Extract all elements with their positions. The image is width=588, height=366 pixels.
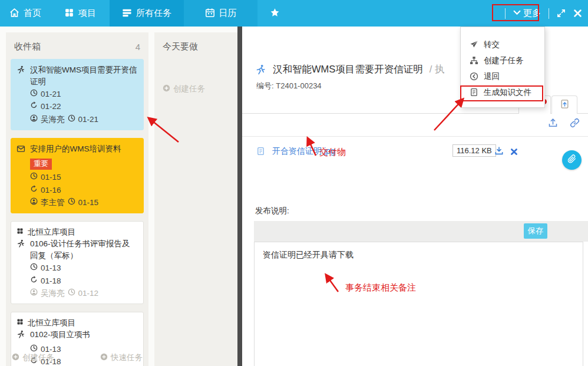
save-button[interactable]: 保存 xyxy=(524,223,547,239)
tab-deliverables[interactable] xyxy=(551,95,577,114)
menu-item-return[interactable]: 退回 xyxy=(461,68,544,84)
plus-icon xyxy=(163,84,170,94)
user-icon xyxy=(30,114,38,125)
priority-badge: 重要 xyxy=(30,159,52,170)
create-task-button[interactable]: 创建任务 xyxy=(163,84,237,94)
nav-projects-label: 项目 xyxy=(78,8,96,19)
today-column: 今天要做 创建任务 xyxy=(154,32,237,366)
release-note-label: 发布说明: xyxy=(255,206,289,216)
inbox-column: 收件箱 4 汉和智能WMS项目需要开资信证明 01-21 01-22 吴海亮01… xyxy=(6,32,148,366)
close-button[interactable] xyxy=(573,9,582,18)
menu-item-generate-knowledge[interactable]: 生成知识文件 xyxy=(461,84,544,100)
card-project: 北恒立库项目 xyxy=(28,317,75,329)
task-title: 汉和智能WMS项目需要开资信证明 xyxy=(273,63,423,76)
task-code-label: 编号: xyxy=(256,81,274,90)
runner-icon xyxy=(16,64,25,87)
runner-icon xyxy=(16,329,25,342)
navbar-right-controls: 更多 xyxy=(505,0,588,27)
plus-icon xyxy=(100,353,108,362)
menu-item-transfer[interactable]: 转交 xyxy=(461,37,544,52)
nav-all-tasks-label: 所有任务 xyxy=(136,8,171,19)
expand-button[interactable] xyxy=(557,9,566,18)
divider xyxy=(242,136,588,137)
chevron-down-icon xyxy=(513,8,521,18)
nav-item-calendar[interactable]: 日历 xyxy=(184,0,257,27)
nav-item-projects[interactable]: 项目 xyxy=(51,0,110,27)
calendar-icon xyxy=(205,8,215,19)
more-dropdown-menu: 转交 创建子任务 退回 生成知识文件 xyxy=(460,27,545,108)
attachment-link[interactable]: 开合资信证明.jpg xyxy=(272,146,335,157)
download-icon[interactable] xyxy=(494,146,504,158)
card-assigned-date: 01-12 xyxy=(78,288,99,299)
card-project: 北恒立库项目 xyxy=(28,226,75,238)
card-title: 安排用户的WMS培训资料 xyxy=(30,143,121,157)
link-icon[interactable] xyxy=(570,118,580,130)
runner-icon xyxy=(16,238,25,261)
file-size-badge: 116.12 KB xyxy=(452,144,496,157)
card-assigned-date: 01-21 xyxy=(78,114,99,125)
attachment-row: 开合资信证明.jpg 116.12 KB xyxy=(256,144,588,159)
clock-icon xyxy=(68,114,75,125)
sitemap-icon xyxy=(470,56,478,65)
runner-icon xyxy=(255,64,266,75)
card-due: 01-15 xyxy=(41,172,61,183)
nav-home-label: 首页 xyxy=(24,8,41,19)
upload-icon[interactable] xyxy=(548,118,558,130)
nav-divider xyxy=(549,8,549,19)
attachment-fab[interactable] xyxy=(562,150,582,170)
card-assignee: 李主管 xyxy=(41,197,65,208)
star-icon xyxy=(270,8,280,19)
card-title: 0102-项目立项书 xyxy=(30,329,90,342)
card-assigned-date: 01-15 xyxy=(78,197,99,208)
task-card[interactable]: 汉和智能WMS项目需要开资信证明 01-21 01-22 吴海亮01-21 xyxy=(11,59,144,130)
nav-item-home[interactable]: 首页 xyxy=(0,0,51,27)
nav-item-all-tasks[interactable]: 所有任务 xyxy=(110,0,184,27)
vertical-scrollbar[interactable] xyxy=(237,27,242,366)
task-title-suffix: / 执 xyxy=(430,63,445,76)
doc-icon xyxy=(470,88,478,97)
card-assignee: 吴海亮 xyxy=(41,114,65,125)
nav-divider xyxy=(505,8,506,19)
create-task-button[interactable]: 创建任务 xyxy=(12,352,54,363)
more-label: 更多 xyxy=(523,8,541,19)
card-assignee: 吴海亮 xyxy=(41,288,65,299)
clock-icon xyxy=(68,197,75,208)
clock-icon xyxy=(68,288,75,299)
restart-icon xyxy=(30,101,38,112)
project-icon xyxy=(16,226,24,238)
task-card[interactable]: 北恒立库项目 0106-设计任务书评审报告及回复（军标） 01-13 01-18… xyxy=(11,221,144,304)
release-note-editor[interactable]: 资信证明已经开具请下载 xyxy=(254,242,583,366)
inbox-count: 4 xyxy=(136,42,140,52)
clock-icon xyxy=(30,89,38,100)
clock-icon xyxy=(30,263,38,273)
file-icon xyxy=(256,147,265,158)
close-icon xyxy=(573,9,582,18)
card-title: 0106-设计任务书评审报告及回复（军标） xyxy=(30,238,138,261)
quick-task-button[interactable]: 快速任务 xyxy=(100,352,143,363)
card-title: 汉和智能WMS项目需要开资信证明 xyxy=(30,64,138,87)
task-list-icon xyxy=(122,8,132,19)
inbox-title: 收件箱 xyxy=(14,41,41,52)
task-code-row: 编号: T2401-00234 xyxy=(256,81,322,91)
nav-item-favorites[interactable] xyxy=(257,0,292,27)
menu-item-create-subtask[interactable]: 创建子任务 xyxy=(461,52,544,68)
send-icon xyxy=(470,40,478,49)
task-title-row: 汉和智能WMS项目需要开资信证明 / 执 xyxy=(255,63,445,76)
task-card[interactable]: 安排用户的WMS培训资料 重要 01-15 01-16 李主管01-15 xyxy=(11,138,144,213)
app-window: 首页 项目 所有任务 日历 更多 收件 xyxy=(0,0,588,366)
card-due: 01-21 xyxy=(41,89,61,100)
restart-icon xyxy=(30,185,38,196)
clock-icon xyxy=(30,172,38,183)
card-restart: 01-18 xyxy=(41,276,61,286)
restart-icon xyxy=(30,276,38,286)
home-icon xyxy=(9,8,19,19)
task-code: T2401-00234 xyxy=(276,81,321,90)
project-icon xyxy=(16,317,24,329)
remove-icon[interactable] xyxy=(510,147,518,158)
card-restart: 01-16 xyxy=(41,185,61,196)
card-due: 01-13 xyxy=(41,263,61,273)
return-icon xyxy=(470,72,478,81)
paperclip-icon xyxy=(567,154,577,166)
more-button[interactable]: 更多 xyxy=(513,8,541,19)
card-restart: 01-22 xyxy=(41,101,61,112)
